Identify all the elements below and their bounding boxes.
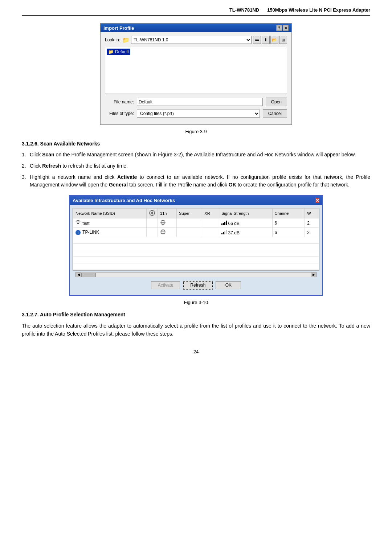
- filename-input[interactable]: [137, 98, 263, 106]
- xr-tplink: [202, 228, 219, 237]
- look-in-label: Look in:: [105, 37, 120, 42]
- refresh-bold: Refresh: [42, 163, 61, 169]
- table-row: i TP-LINK: [73, 228, 319, 237]
- numbered-list-326: 1. Click Scan on the Profile Management …: [22, 151, 370, 189]
- ok-button[interactable]: OK: [216, 281, 241, 289]
- channel-tplink: 6: [272, 228, 305, 237]
- scroll-right-button[interactable]: ▶: [311, 272, 317, 277]
- scroll-track[interactable]: [81, 272, 311, 277]
- back-button[interactable]: ⬅: [253, 36, 261, 44]
- empty-row: [73, 237, 319, 244]
- super-tplink: [177, 228, 202, 237]
- col2-test: [147, 218, 158, 228]
- 11n-tplink: [158, 228, 177, 237]
- net-dialog-content: Network Name (SSID) 11n Super XR Signal …: [70, 205, 322, 295]
- w-test: 2.: [305, 218, 319, 228]
- new-folder-button[interactable]: 📂: [270, 36, 278, 44]
- table-row: test: [73, 218, 319, 228]
- section-327-heading: 3.1.2.7. Auto Profile Selection Manageme…: [22, 312, 370, 317]
- figure-3-9: Figure 3-9: [22, 129, 370, 134]
- network-table-wrapper: Network Name (SSID) 11n Super XR Signal …: [73, 208, 319, 270]
- refresh-button[interactable]: Refresh: [183, 281, 213, 290]
- dialog-title: Import Profile: [103, 25, 134, 31]
- table-header-row: Network Name (SSID) 11n Super XR Signal …: [73, 209, 319, 218]
- horizontal-scrollbar: ◀ ▶: [73, 270, 319, 279]
- activate-button[interactable]: Activate: [151, 281, 180, 289]
- list-item-3: 3. Highlight a network name and click Ac…: [22, 173, 370, 189]
- cancel-button[interactable]: Cancel: [263, 109, 287, 118]
- col-signal: Signal Strength: [219, 209, 272, 218]
- filetype-label: Files of type:: [105, 111, 134, 116]
- up-button[interactable]: ⬆: [262, 36, 270, 44]
- open-button[interactable]: Open: [266, 98, 287, 106]
- svg-point-1: [77, 223, 79, 224]
- empty-row: [73, 263, 319, 270]
- info-icon: i: [75, 230, 81, 235]
- signal-test: 66 dB: [219, 218, 272, 228]
- signal-bars-tplink: [221, 229, 227, 234]
- globe-icon: [160, 219, 166, 225]
- file-browser: 📁 Default: [105, 47, 287, 94]
- super-test: [177, 218, 202, 228]
- net-close-button[interactable]: ✕: [315, 198, 319, 203]
- filename-label: File name:: [105, 99, 134, 104]
- 11n-test: [158, 218, 177, 228]
- toolbar-buttons: ⬅ ⬆ 📂 ⊞: [253, 36, 287, 44]
- look-in-row: Look in: 📁 TL-WN781ND 1.0 ⬅ ⬆ 📂 ⊞: [105, 36, 287, 44]
- section-326-heading: 3.1.2.6. Scan Available Networks: [22, 141, 370, 147]
- title-buttons: ? ✕: [276, 25, 289, 31]
- folder-icon: 📁: [122, 37, 130, 44]
- channel-test: 6: [272, 218, 305, 228]
- signal-bars-test: [221, 220, 227, 225]
- signal-tplink: 37 dB: [219, 228, 272, 237]
- empty-row: [73, 250, 319, 257]
- col-11n: 11n: [158, 209, 177, 218]
- dialog-titlebar: Import Profile ? ✕: [101, 24, 291, 32]
- close-button[interactable]: ✕: [283, 25, 289, 31]
- available-networks-dialog: Available Infrastructure and Ad Hoc Netw…: [69, 195, 323, 296]
- net-dialog-titlebar: Available Infrastructure and Ad Hoc Netw…: [70, 196, 322, 205]
- network-name-tplink: i TP-LINK: [73, 228, 147, 237]
- look-in-select[interactable]: TL-WN781ND 1.0: [131, 36, 252, 44]
- col-channel: Channel: [272, 209, 305, 218]
- filename-row: File name: Open: [105, 98, 287, 106]
- empty-row: [73, 257, 319, 263]
- net-dialog-title: Available Infrastructure and Ad Hoc Netw…: [73, 198, 175, 203]
- model-name: TL-WN781ND: [229, 7, 259, 13]
- view-button[interactable]: ⊞: [279, 36, 287, 44]
- scroll-thumb[interactable]: [81, 273, 96, 277]
- filetype-row: Files of type: Config files (*.prf) Canc…: [105, 109, 287, 118]
- col-w: W: [305, 209, 319, 218]
- filetype-select[interactable]: Config files (*.prf): [137, 110, 260, 118]
- activate-bold: Activate: [117, 174, 137, 180]
- settings-icon: [149, 210, 155, 216]
- w-tplink: 2.: [305, 228, 319, 237]
- xr-test: [202, 218, 219, 228]
- page-number: 24: [22, 349, 370, 354]
- file-item-default[interactable]: 📁 Default: [107, 49, 130, 55]
- globe-icon2: [160, 229, 166, 235]
- scroll-left-button[interactable]: ◀: [75, 272, 81, 277]
- wireless-icon: [75, 220, 81, 226]
- dialog-content: Look in: 📁 TL-WN781ND 1.0 ⬅ ⬆ 📂 ⊞ 📁 Defa…: [101, 32, 291, 124]
- scan-bold: Scan: [42, 152, 54, 157]
- col-icon: [147, 209, 158, 218]
- product-name: 150Mbps Wireless Lite N PCI Express Adap…: [267, 7, 370, 13]
- network-name-test: test: [73, 218, 147, 228]
- col-xr: XR: [202, 209, 219, 218]
- network-dialog-buttons: Activate Refresh OK: [73, 279, 319, 292]
- network-table: Network Name (SSID) 11n Super XR Signal …: [73, 208, 319, 270]
- file-icon: 📁: [108, 49, 114, 54]
- col-super: Super: [177, 209, 202, 218]
- ok-bold: OK: [229, 182, 236, 188]
- col-ssid: Network Name (SSID): [73, 209, 147, 218]
- section-327-body: The auto selection feature allows the ad…: [22, 322, 370, 338]
- page-header: TL-WN781ND 150Mbps Wireless Lite N PCI E…: [22, 7, 370, 16]
- general-bold: General: [109, 182, 128, 188]
- list-item-2: 2. Click Refresh to refresh the list at …: [22, 162, 370, 170]
- list-item-1: 1. Click Scan on the Profile Management …: [22, 151, 370, 159]
- help-button[interactable]: ?: [276, 25, 282, 31]
- figure-3-10: Figure 3-10: [22, 300, 370, 305]
- col2-tplink: [147, 228, 158, 237]
- file-item-label: Default: [115, 49, 129, 54]
